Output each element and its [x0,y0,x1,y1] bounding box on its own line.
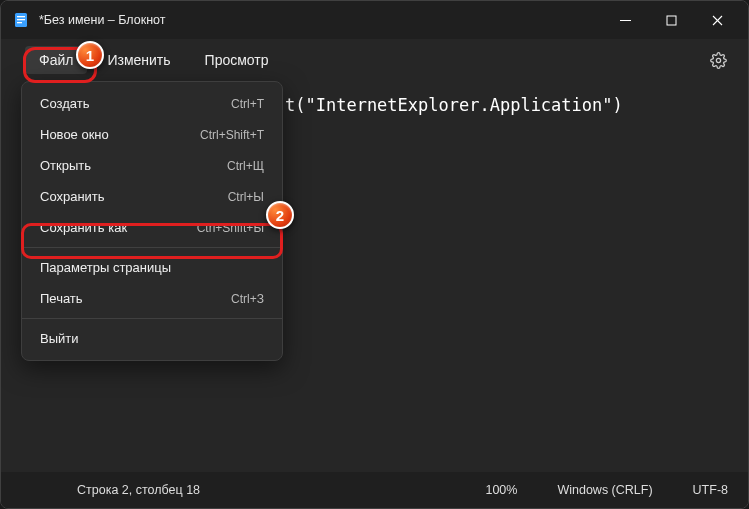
titlebar: *Без имени – Блокнот [1,1,748,39]
menu-item-shortcut: Ctrl+T [231,97,264,111]
menu-view-label: Просмотр [205,52,269,68]
annotation-badge-1: 1 [76,41,104,69]
menubar: Файл Изменить Просмотр [1,39,748,81]
menu-item-label: Выйти [40,331,79,346]
svg-point-8 [716,58,720,62]
menu-item-shortcut: Ctrl+Щ [227,159,264,173]
menu-item-label: Новое окно [40,127,109,142]
menu-file-label: Файл [39,52,73,68]
menu-item-label: Открыть [40,158,91,173]
menu-item-shortcut: Ctrl+Shift+Ы [197,221,264,235]
maximize-button[interactable] [648,1,694,39]
menu-item-new[interactable]: Создать Ctrl+T [22,88,282,119]
notepad-app-icon [13,12,29,28]
menu-item-exit[interactable]: Выйти [22,323,282,354]
menu-item-shortcut: Ctrl+Shift+T [200,128,264,142]
close-button[interactable] [694,1,740,39]
minimize-button[interactable] [602,1,648,39]
menu-item-label: Печать [40,291,83,306]
menu-item-label: Параметры страницы [40,260,171,275]
settings-button[interactable] [702,44,734,76]
menu-item-new-window[interactable]: Новое окно Ctrl+Shift+T [22,119,282,150]
menu-item-shortcut: Ctrl+Ы [228,190,264,204]
menu-item-page-setup[interactable]: Параметры страницы [22,252,282,283]
menu-item-label: Сохранить [40,189,105,204]
svg-rect-5 [667,16,676,25]
menu-separator [22,247,282,248]
menu-item-save[interactable]: Сохранить Ctrl+Ы [22,181,282,212]
svg-rect-1 [17,16,25,17]
menu-separator [22,318,282,319]
menu-item-open[interactable]: Открыть Ctrl+Щ [22,150,282,181]
menu-item-label: Создать [40,96,89,111]
annotation-badge-2: 2 [266,201,294,229]
menu-item-save-as[interactable]: Сохранить как Ctrl+Shift+Ы [22,212,282,243]
statusbar: Строка 2, столбец 18 100% Windows (CRLF)… [1,472,748,508]
file-dropdown-menu: Создать Ctrl+T Новое окно Ctrl+Shift+T О… [21,81,283,361]
menu-item-print[interactable]: Печать Ctrl+З [22,283,282,314]
status-line-ending[interactable]: Windows (CRLF) [537,483,672,497]
svg-rect-2 [17,19,25,20]
svg-rect-3 [17,22,22,23]
menu-edit-label: Изменить [107,52,170,68]
menu-view[interactable]: Просмотр [191,46,283,74]
status-encoding[interactable]: UTF-8 [673,483,748,497]
status-zoom[interactable]: 100% [465,483,537,497]
status-position: Строка 2, столбец 18 [57,483,220,497]
menu-edit[interactable]: Изменить [93,46,184,74]
menu-item-label: Сохранить как [40,220,127,235]
menu-item-shortcut: Ctrl+З [231,292,264,306]
window-title: *Без имени – Блокнот [39,13,165,27]
